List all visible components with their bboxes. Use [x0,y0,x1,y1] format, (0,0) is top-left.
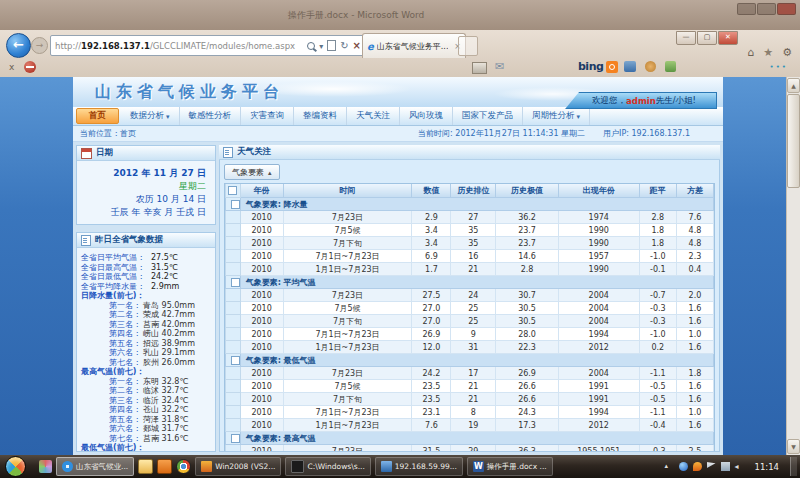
user-ip: 用户IP: 192.168.137.1 [603,128,690,139]
scroll-down-icon[interactable]: ▼ [787,439,800,454]
puzzle-icon[interactable] [665,61,676,72]
search-icon[interactable] [307,42,315,50]
explorer-folder-icon[interactable] [138,459,153,474]
taskbar-window-word[interactable]: 操作手册.docx ... [467,457,553,476]
table-row: 2010 7月5候 3.4 35 23.7 1990 1.8 4 [226,224,714,237]
close-icon[interactable]: ✕ [718,31,738,45]
breadcrumb: 当前位置：首页 [80,128,136,139]
nav-item-sensitivity-analysis[interactable]: 敏感性分析 [180,107,242,125]
maximize-icon[interactable] [757,3,776,15]
weather-stat: 全省日最低气温：24.2℃ [81,272,213,282]
refresh-icon[interactable] [340,40,348,51]
back-button[interactable] [6,33,31,58]
browser-app-icon[interactable] [176,459,191,474]
mail-icon[interactable] [495,60,504,73]
element-filter-button[interactable]: 气象要素 [224,164,280,180]
bing-logo[interactable]: bing [578,60,618,73]
welcome-ribbon: 欢迎您，admin 先生/小姐! [565,92,717,109]
url-scheme: http:// [55,41,81,51]
expand-icon[interactable] [231,200,240,209]
camera-icon[interactable] [624,61,636,72]
background-window-titlebar: 操作手册.docx - Microsoft Word [0,0,800,30]
messenger-icon[interactable] [679,462,688,471]
col-value[interactable]: 数值 [412,184,451,198]
main-panel: 天气关注 气象要素 [219,145,720,452]
network-icon[interactable] [721,462,730,471]
hidden-icons-arrow[interactable] [665,462,674,471]
show-desktop-button[interactable] [790,457,797,476]
pinned-app-orange-icon[interactable] [157,459,172,474]
download-icon[interactable] [693,462,702,471]
volume-icon[interactable] [735,462,744,471]
tab-favicon: e [367,41,374,52]
maximize-icon[interactable]: ▢ [697,31,717,45]
main-nav: 首页 数据分析 敏感性分析 灾害查询 整编资料 天气关注 风向玫瑰 国家下发产品… [73,107,723,126]
expand-icon[interactable] [231,356,240,365]
ranking-item: 第二名：荣成 42.7mm [81,310,213,320]
ie-icon [62,461,73,472]
taskbar-clock[interactable]: 11:14 [749,462,786,472]
col-extreme[interactable]: 历史极值 [496,184,558,198]
chevron-down-icon [577,111,581,121]
forward-button[interactable] [31,37,48,54]
ranking-section-title: 最高气温(前七)： [81,367,213,377]
scrollbar-thumb[interactable] [787,94,800,188]
nav-item-disaster-query[interactable]: 灾害查询 [241,107,294,125]
taskbar-window-vm[interactable]: Win2008 (VS2... [195,457,281,476]
nav-item-home[interactable]: 首页 [76,108,119,124]
minimize-icon[interactable] [737,3,756,15]
action-center-flag-icon[interactable] [707,462,716,471]
weather-stat: 全省日平均气温：27.5℃ [81,253,213,263]
screen: 操作手册.docx - Microsoft Word http://192.16… [0,0,800,500]
close-icon[interactable] [777,3,796,15]
toolbar-overflow-icon[interactable]: ••• [770,63,788,71]
username: admin [626,96,656,106]
col-extreme-year[interactable]: 出现年份 [558,184,639,198]
expand-icon[interactable] [231,278,240,287]
group-header-row: 气象要素: 平均气温 [226,276,714,289]
nav-item-data-analysis[interactable]: 数据分析 [121,107,180,125]
photo-icon[interactable] [472,62,487,74]
col-rank[interactable]: 历史排位 [451,184,496,198]
toolbar-close-icon[interactable] [9,62,14,72]
group-name: 气象要素: 最低气温 [240,354,713,367]
address-bar[interactable]: http://192.168.137.1/GLCCLIMATE/modules/… [50,35,366,56]
col-time[interactable]: 时间 [283,184,412,198]
ranking-section-title: 最低气温(前七)： [81,443,213,452]
nav-item-weather-focus[interactable]: 天气关注 [347,107,400,125]
pinned-app-icon[interactable] [39,460,52,473]
start-button[interactable] [5,456,26,477]
table-row: 2010 1月1日~7月23日 12.0 31 22.3 2012 0.2 [226,341,714,354]
select-all-checkbox[interactable] [228,186,237,195]
taskbar-window-rdp[interactable]: 192.168.59.99... [375,457,463,476]
chevron-down-icon[interactable] [319,41,323,51]
nav-item-periodic-analysis[interactable]: 周期性分析 [523,107,590,125]
table-row: 2010 7月1日~7月23日 23.1 8 24.3 1994 -1.1 [226,406,714,419]
sidebar: 日期 2012 年 11 月 27 日 星期二 农历 10 月 14 日 壬辰 … [76,145,216,452]
taskbar-window-cmd[interactable]: C:\Windows\s... [285,457,370,476]
taskbar-window-ie[interactable]: 山东省气候业... [56,457,134,476]
table-row: 2010 7月23日 24.2 17 26.9 2004 -1.1 [226,367,714,380]
site-title: 山东省气候业务平台 [95,82,284,103]
compatibility-icon[interactable] [327,40,336,51]
expand-icon[interactable] [231,434,240,443]
new-tab-button[interactable] [458,36,478,56]
word-icon [473,461,484,472]
main-panel-title: 天气关注 [237,146,271,158]
addon-blocked-icon[interactable] [24,61,36,73]
scroll-up-icon[interactable]: ▲ [787,78,800,93]
col-variance[interactable]: 方差 [676,184,713,198]
calendar-icon [81,148,92,159]
col-anomaly[interactable]: 距平 [639,184,676,198]
nav-item-compiled-data[interactable]: 整编资料 [294,107,347,125]
stop-icon[interactable] [353,40,361,51]
paw-icon[interactable] [645,61,656,72]
ranking-section: 最高气温(前七)： 第一名：东明 32.8℃ 第二名：临沭 32.7℃ [81,367,213,443]
vertical-scrollbar[interactable]: ▲ ▼ [786,77,800,455]
table-row: 2010 7月23日 31.5 29 36.3 1955,1951 -0.3 [226,445,714,453]
nav-item-wind-rose[interactable]: 风向玫瑰 [400,107,453,125]
browser-tab[interactable]: e 山东省气候业务平... [362,33,466,58]
nav-item-national-products[interactable]: 国家下发产品 [453,107,523,125]
minimize-icon[interactable]: — [676,31,696,45]
col-year[interactable]: 年份 [240,184,283,198]
